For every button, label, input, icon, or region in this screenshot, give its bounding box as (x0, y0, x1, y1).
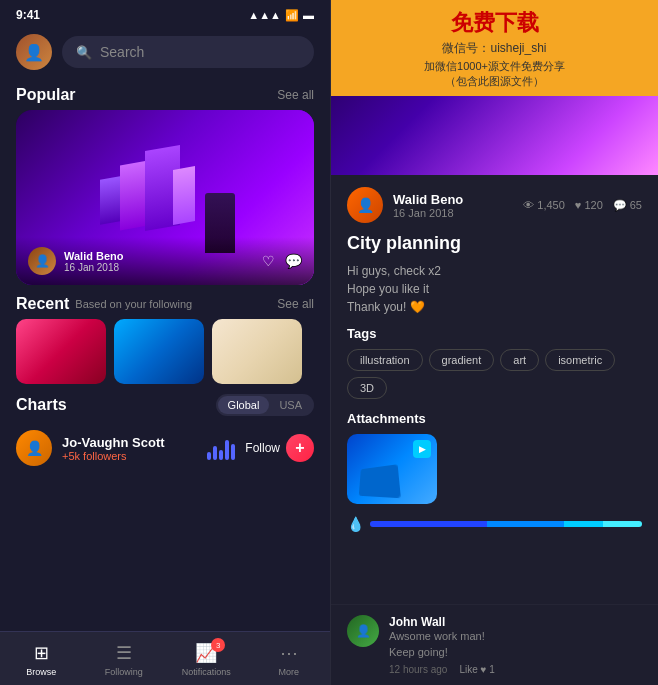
tag-isometric[interactable]: isometric (545, 349, 615, 371)
recent-thumb-1[interactable] (16, 319, 106, 384)
recent-title-group: Recent Based on your following (16, 295, 192, 313)
building-3 (173, 166, 195, 225)
charts-title: Charts (16, 396, 67, 414)
heart-icon-post: ♥ (575, 199, 582, 211)
tab-usa[interactable]: USA (269, 396, 312, 414)
post-header: 👤 Walid Beno 16 Jan 2018 👁 1,450 ♥ 120 💬… (347, 187, 642, 223)
chart-artist-name: Jo-Vaughn Scott (62, 435, 197, 450)
browse-label: Browse (26, 667, 56, 677)
following-label: Following (105, 667, 143, 677)
bottom-nav: ⊞ Browse ☰ Following 📈 3 Notifications ⋯… (0, 631, 330, 685)
nav-notifications[interactable]: 📈 3 Notifications (165, 632, 248, 685)
progress-seg-4 (603, 521, 642, 527)
notification-count: 3 (211, 638, 225, 652)
post-body-line1: Hi guys, check x2 (347, 262, 642, 280)
recent-subtitle: Based on your following (75, 298, 192, 310)
promo-title: 免费下载 (343, 8, 646, 38)
tag-art[interactable]: art (500, 349, 539, 371)
hero-card[interactable]: 👤 Walid Beno 16 Jan 2018 ♡ 💬 (16, 110, 314, 285)
follow-button[interactable]: Follow + (245, 434, 314, 462)
nav-browse[interactable]: ⊞ Browse (0, 632, 83, 685)
tag-3d[interactable]: 3D (347, 377, 387, 399)
comment-meta: 12 hours ago Like ♥ 1 (389, 664, 642, 675)
progress-bar (370, 521, 642, 527)
post-user-info: Walid Beno 16 Jan 2018 (393, 192, 513, 219)
status-icons: ▲▲▲ 📶 ▬ (248, 9, 314, 22)
heart-icon[interactable]: ♡ (262, 253, 275, 269)
attach-icon: ▶ (413, 440, 431, 458)
bar-5 (231, 444, 235, 460)
bar-1 (207, 452, 211, 460)
progress-row: 💧 (347, 516, 642, 532)
hero-user-info: Walid Beno 16 Jan 2018 (64, 250, 123, 273)
hero-actions: ♡ 💬 (262, 253, 302, 269)
comment-text: Awsome work man! Keep going! (389, 629, 642, 660)
chart-bars (207, 436, 235, 460)
wifi-icon: 📶 (285, 9, 299, 22)
attachments-label: Attachments (347, 411, 642, 426)
signal-icon: ▲▲▲ (248, 9, 281, 21)
hero-avatar: 👤 (28, 247, 56, 275)
progress-seg-2 (487, 521, 565, 527)
tags-row: illustration gradient art isometric 3D (347, 349, 642, 399)
attach-3d-box (359, 464, 401, 498)
progress-seg-3 (564, 521, 603, 527)
popular-header: Popular See all (0, 78, 330, 110)
follow-label: Follow (245, 441, 280, 455)
recent-see-all[interactable]: See all (277, 297, 314, 311)
promo-wechat: 微信号：uisheji_shi (343, 40, 646, 57)
notification-badge-container: 📈 3 (195, 642, 217, 664)
post-username: Walid Beno (393, 192, 513, 207)
more-label: More (278, 667, 299, 677)
battery-icon: ▬ (303, 9, 314, 21)
follow-plus-icon[interactable]: + (286, 434, 314, 462)
comments-stat: 💬 65 (613, 199, 642, 212)
right-panel: 免费下载 微信号：uisheji_shi 加微信1000+源文件免费分享（包含此… (330, 0, 658, 685)
nav-more[interactable]: ⋯ More (248, 632, 331, 685)
charts-header: Charts Global USA (0, 384, 330, 422)
recent-header: Recent Based on your following See all (0, 285, 330, 319)
comment-item: 👤 John Wall Awsome work man! Keep going!… (331, 604, 658, 685)
like-count: 1 (489, 664, 495, 675)
post-stats: 👁 1,450 ♥ 120 💬 65 (523, 199, 642, 212)
popular-title: Popular (16, 86, 76, 104)
post-body-line2: Hope you like it (347, 280, 642, 298)
chart-followers: +5k followers (62, 450, 197, 462)
recent-items (0, 319, 330, 384)
recent-title: Recent (16, 295, 69, 313)
tag-illustration[interactable]: illustration (347, 349, 423, 371)
bar-2 (213, 446, 217, 460)
progress-seg-1 (370, 521, 487, 527)
nav-following[interactable]: ☰ Following (83, 632, 166, 685)
tag-gradient[interactable]: gradient (429, 349, 495, 371)
tab-global[interactable]: Global (218, 396, 270, 414)
hero-date: 16 Jan 2018 (64, 262, 123, 273)
building-4 (100, 176, 120, 225)
header: 👤 🔍 Search (0, 26, 330, 78)
status-bar: 9:41 ▲▲▲ 📶 ▬ (0, 0, 330, 26)
right-content: 👤 Walid Beno 16 Jan 2018 👁 1,450 ♥ 120 💬… (331, 175, 658, 604)
popular-see-all[interactable]: See all (277, 88, 314, 102)
hero-username: Walid Beno (64, 250, 123, 262)
search-bar[interactable]: 🔍 Search (62, 36, 314, 68)
recent-thumb-2[interactable] (114, 319, 204, 384)
search-icon: 🔍 (76, 45, 92, 60)
avatar[interactable]: 👤 (16, 34, 52, 70)
promo-banner: 免费下载 微信号：uisheji_shi 加微信1000+源文件免费分享（包含此… (331, 0, 658, 96)
attachment-thumb[interactable]: ▶ (347, 434, 437, 504)
chat-icon[interactable]: 💬 (285, 253, 302, 269)
status-time: 9:41 (16, 8, 40, 22)
views-count: 1,450 (537, 199, 565, 211)
notifications-label: Notifications (182, 667, 231, 677)
droplet-icon: 💧 (347, 516, 364, 532)
comment-icon-post: 💬 (613, 199, 627, 212)
recent-thumb-3[interactable] (212, 319, 302, 384)
browse-icon: ⊞ (34, 642, 49, 664)
likes-stat: ♥ 120 (575, 199, 603, 211)
tags-label: Tags (347, 326, 642, 341)
chart-avatar: 👤 (16, 430, 52, 466)
comment-like[interactable]: Like ♥ 1 (459, 664, 494, 675)
building-2 (120, 160, 148, 230)
comment-line1: Awsome work man! (389, 629, 642, 644)
promo-desc: 加微信1000+源文件免费分享（包含此图源文件） (343, 59, 646, 90)
